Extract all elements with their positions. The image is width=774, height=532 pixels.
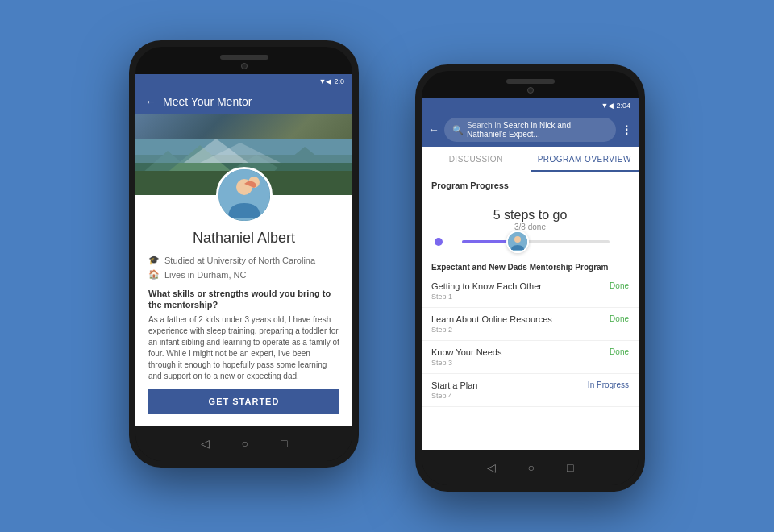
phone-right-inner: ▼◀ 2:04 ← 🔍 Search in Search in Nick and… [422,71,639,485]
back-nav-left[interactable]: ◁ [201,437,210,450]
phone-left: ▼◀ 2:0 ← Meet Your Mentor [129,40,359,468]
time-left: 2:0 [334,77,344,85]
step-2-info: Learn About Online Resources Step 2 [431,314,552,334]
tabs-container: DISCUSSION PROGRAM OVERVIEW [422,147,639,172]
phone-left-bottom: ◁ ○ □ [135,426,352,461]
search-placeholder: Search in Search in Nick and Nathaniel's… [467,121,608,139]
step-2-num: Step 2 [431,326,552,334]
profile-detail-location: 🏠 Lives in Durham, NC [148,269,339,280]
step-4-status: In Progress [588,380,629,389]
program-label: Expectant and New Dads Mentorship Progra… [422,256,639,275]
home-nav-left[interactable]: ○ [242,437,248,450]
phone-right: ▼◀ 2:04 ← 🔍 Search in Search in Nick and… [415,64,645,492]
step-item-4: Start a Plan Step 4 In Progress [422,374,639,407]
step-4-info: Start a Plan Step 4 [431,380,477,400]
get-started-button[interactable]: GET STARTED [148,389,339,414]
search-highlight: Search in Nick and Nathaniel's Expect... [467,121,571,139]
avatar [216,167,273,223]
step-2-status: Done [610,314,629,323]
status-bar-right: ▼◀ 2:04 [422,98,639,113]
steps-to-go: 5 steps to go [431,208,629,222]
left-app-header: ← Meet Your Mentor [135,89,352,114]
signal-icon-right: ▼◀ [601,102,614,110]
education-icon: 🎓 [148,255,160,265]
step-1-num: Step 1 [431,293,542,301]
signal-icon: ▼◀ [319,77,332,85]
back-nav-right[interactable]: ◁ [487,461,496,474]
phones-container: ▼◀ 2:0 ← Meet Your Mentor [105,16,669,516]
tab-program-overview[interactable]: PROGRAM OVERVIEW [531,147,639,172]
done-text: 3/8 done [431,222,629,231]
recent-nav-left[interactable]: □ [281,437,287,450]
program-progress-section: Program Progress [422,172,639,202]
recent-nav-right[interactable]: □ [567,461,573,474]
profile-name: Nathaniel Albert [148,230,339,247]
search-icon: 🔍 [452,125,464,135]
progress-card: 5 steps to go 3/8 done [422,202,639,256]
back-icon-right[interactable]: ← [428,123,439,136]
phone-left-camera [241,63,248,69]
progress-dot-start [435,238,443,246]
step-3-num: Step 3 [431,359,501,367]
menu-icon[interactable]: ⋮ [621,123,632,136]
profile-content: Nathaniel Albert 🎓 Studied at University… [135,223,352,426]
svg-point-14 [514,236,521,243]
back-icon-left[interactable]: ← [145,95,156,108]
home-nav-right[interactable]: ○ [528,461,535,474]
phone-right-camera [527,87,534,94]
step-1-status: Done [610,281,629,290]
profile-answer: As a father of 2 kids under 3 years old,… [148,314,339,382]
profile-question: What skills or strengths would you bring… [148,288,339,311]
step-3-name: Know Your Needs [431,347,501,357]
phone-right-screen: ▼◀ 2:04 ← 🔍 Search in Search in Nick and… [422,98,639,450]
right-app-header: ← 🔍 Search in Search in Nick and Nathani… [422,113,639,147]
phone-right-bottom: ◁ ○ □ [422,450,639,485]
step-2-name: Learn About Online Resources [431,314,552,324]
progress-bar-container [431,238,629,246]
step-item-1: Getting to Know Each Other Step 1 Done [422,275,639,308]
profile-detail-education: 🎓 Studied at University of North Carolin… [148,255,339,265]
education-text: Studied at University of North Carolina [164,256,315,265]
progress-bar-track [462,240,610,243]
program-progress-title: Program Progress [431,181,629,190]
step-item-2: Learn About Online Resources Step 2 Done [422,308,639,341]
phone-left-inner: ▼◀ 2:0 ← Meet Your Mentor [135,47,352,461]
step-item-3: Know Your Needs Step 3 Done [422,341,639,374]
step-3-info: Know Your Needs Step 3 [431,347,501,367]
step-4-name: Start a Plan [431,380,477,390]
location-icon: 🏠 [148,269,160,280]
status-bar-left: ▼◀ 2:0 [135,74,352,89]
step-3-status: Done [610,347,629,356]
phone-left-speaker [220,55,268,60]
phone-right-speaker [506,79,555,84]
step-4-num: Step 4 [431,392,477,400]
progress-avatar [506,231,529,253]
phone-left-screen: ▼◀ 2:0 ← Meet Your Mentor [135,74,352,426]
time-right: 2:04 [616,102,630,110]
avatar-container [135,167,352,223]
tab-discussion[interactable]: DISCUSSION [422,147,531,172]
search-bar[interactable]: 🔍 Search in Search in Nick and Nathaniel… [444,118,616,142]
location-text: Lives in Durham, NC [164,270,246,280]
step-1-info: Getting to Know Each Other Step 1 [431,281,542,301]
step-1-name: Getting to Know Each Other [431,281,542,291]
meet-mentor-title: Meet Your Mentor [163,95,252,108]
